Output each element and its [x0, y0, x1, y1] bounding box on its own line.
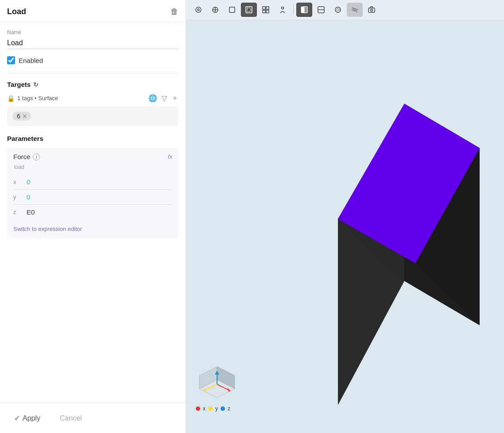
svg-rect-9 — [266, 7, 269, 9]
filter-icon[interactable]: ▽ — [162, 94, 167, 102]
toolbar-grid[interactable] — [258, 3, 274, 17]
check-icon: ✓ — [14, 414, 20, 422]
tag-close-icon[interactable]: ✕ — [22, 113, 27, 119]
targets-meta-right: 🌐 ▽ ＋ — [148, 94, 178, 103]
axis-row-z: z — [13, 205, 172, 219]
enabled-label: Enabled — [19, 57, 43, 64]
parameters-section: Parameters Force i fx load x y — [7, 135, 178, 238]
svg-rect-7 — [247, 8, 251, 12]
3d-viewport[interactable]: x y z — [186, 20, 504, 433]
axis-row-y: y — [13, 190, 172, 205]
force-subtext: load — [13, 164, 172, 170]
apply-button[interactable]: ✓ Apply — [7, 410, 47, 426]
axis-cube-svg — [195, 358, 239, 402]
divider-1 — [7, 73, 178, 74]
svg-point-18 — [337, 8, 339, 11]
svg-point-12 — [282, 7, 284, 9]
panel-title: Load — [7, 7, 26, 16]
toolbar-shaded[interactable] — [296, 3, 312, 17]
tag-value: 6 — [17, 113, 20, 120]
force-label-row: Force i — [13, 153, 40, 160]
toolbar-person[interactable] — [275, 3, 291, 17]
force-header: Force i fx — [13, 153, 172, 160]
lock-icon: 🔒 — [7, 95, 15, 102]
cancel-button[interactable]: Cancel — [53, 411, 89, 426]
svg-rect-14 — [304, 7, 307, 13]
y-axis-label: y — [13, 194, 22, 200]
targets-meta-text: 1 tags • Surface — [17, 95, 58, 101]
toolbar-camera[interactable] — [364, 3, 380, 17]
toolbar-eye-off[interactable] — [347, 3, 363, 17]
refresh-icon[interactable]: ↻ — [33, 81, 39, 88]
toolbar-wireframe[interactable] — [313, 3, 329, 17]
svg-rect-8 — [263, 7, 265, 9]
svg-rect-5 — [229, 7, 235, 12]
force-text: Force — [13, 153, 30, 160]
add-target-icon[interactable]: ＋ — [171, 94, 178, 103]
3d-box-svg — [302, 42, 504, 405]
toolbar-sep-1 — [293, 4, 294, 15]
z-value-input[interactable] — [27, 207, 172, 217]
x-dot — [196, 406, 200, 411]
z-dot — [221, 406, 225, 411]
svg-point-22 — [371, 9, 373, 12]
svg-rect-21 — [368, 8, 375, 12]
parameters-label: Parameters — [7, 135, 43, 142]
svg-point-17 — [335, 7, 341, 12]
force-info-icon[interactable]: i — [33, 153, 40, 160]
apply-label: Apply — [23, 414, 40, 422]
y-value-input[interactable] — [27, 192, 172, 202]
tag-container: 6 ✕ — [7, 106, 178, 126]
toolbar-fit-sel[interactable] — [207, 3, 223, 17]
x-axis-label: x — [13, 179, 22, 185]
toolbar-hidden[interactable] — [330, 3, 346, 17]
parameters-title: Parameters — [7, 135, 178, 142]
targets-meta-left: 🔒 1 tags • Surface — [7, 95, 58, 102]
toolbar-fit-all[interactable] — [190, 3, 206, 17]
panel-content: Name Enabled Targets ↻ 🔒 1 tags • Surfac… — [0, 22, 186, 403]
force-block: Force i fx load x y z — [7, 148, 178, 238]
name-input[interactable] — [7, 37, 178, 49]
x-axis-text: x — [203, 406, 205, 412]
enabled-row: Enabled — [7, 56, 178, 64]
panel-header: Load 🗑 — [0, 0, 186, 22]
name-field-group: Name — [7, 29, 178, 49]
y-axis-text: y — [215, 406, 218, 412]
switch-expr-link[interactable]: Switch to expression editor — [13, 226, 82, 232]
toolbar-square[interactable] — [224, 3, 240, 17]
name-label: Name — [7, 29, 178, 35]
toolbar — [186, 0, 504, 20]
targets-label: Targets — [7, 81, 31, 88]
delete-icon[interactable]: 🗑 — [171, 7, 178, 16]
x-value-input[interactable] — [27, 177, 172, 187]
left-panel: Load 🗑 Name Enabled Targets ↻ 🔒 1 tags •… — [0, 0, 186, 433]
targets-section-title: Targets ↻ — [7, 81, 178, 88]
svg-rect-11 — [266, 10, 269, 13]
axis-row-x: x — [13, 175, 172, 190]
fx-button[interactable]: fx — [168, 153, 172, 160]
targets-meta: 🔒 1 tags • Surface 🌐 ▽ ＋ — [7, 94, 178, 103]
toolbar-bbox[interactable] — [241, 3, 257, 17]
svg-line-20 — [352, 7, 357, 12]
panel-footer: ✓ Apply Cancel — [0, 403, 186, 433]
globe-icon[interactable]: 🌐 — [148, 94, 157, 102]
svg-point-1 — [198, 9, 199, 11]
svg-rect-6 — [246, 7, 252, 13]
right-panel: x y z — [186, 0, 504, 433]
svg-rect-10 — [263, 10, 265, 13]
z-axis-label: z — [13, 209, 22, 215]
tag-item-6: 6 ✕ — [12, 112, 31, 121]
enabled-checkbox[interactable] — [7, 56, 15, 64]
z-axis-text: z — [228, 406, 230, 412]
axis-widget: x y z — [195, 358, 244, 406]
y-dot — [208, 406, 213, 411]
svg-point-0 — [196, 7, 201, 12]
axis-labels: x y z — [195, 406, 244, 412]
